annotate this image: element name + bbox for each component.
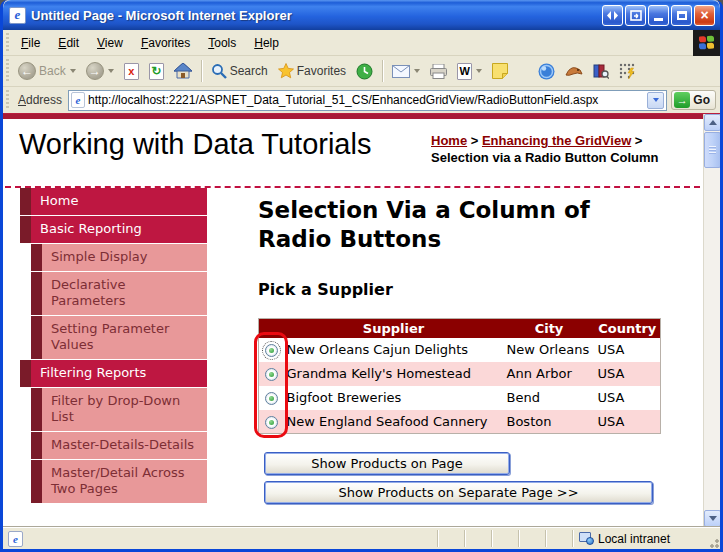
research-button[interactable] [589,61,613,81]
status-pane [545,530,572,547]
breadcrumb: Home > Enhancing the GridView > Selectio… [431,132,699,166]
favorites-star-icon [278,63,294,79]
scroll-up-button[interactable] [704,114,720,131]
sidebar-item-filter-by-dropdown[interactable]: Filter by Drop-Down List [31,388,207,431]
notes-button[interactable] [488,61,512,81]
browser-window: e Untitled Page - Microsoft Internet Exp… [0,0,723,552]
show-products-separate-page-button[interactable]: Show Products on Separate Page >> [264,481,653,504]
address-input[interactable]: e http://localhost:2221/ASPNET_Data_Tuto… [68,90,667,111]
address-label: Address [16,93,64,107]
edit-word-button[interactable]: W [453,61,486,82]
snagit-icon [565,64,583,78]
supplier-radio-0[interactable] [265,344,278,357]
edit-dropdown-icon[interactable] [476,69,482,73]
col-header-select [259,319,284,338]
vertical-scrollbar[interactable] [703,114,720,527]
sidebar-item-simple-display[interactable]: Simple Display [31,244,207,271]
favorites-label: Favorites [297,64,346,78]
sidebar-item-home[interactable]: Home [20,188,207,215]
address-grip[interactable] [6,90,9,110]
scroll-down-button[interactable] [704,510,720,527]
forward-dropdown-icon[interactable] [108,69,114,73]
col-header-supplier: Supplier [284,319,504,338]
scrollbar-thumb[interactable] [704,132,720,168]
search-button[interactable]: Search [207,61,272,81]
cell-city: Bend [504,386,595,410]
status-page-icon: e [8,531,23,547]
status-pane [437,530,464,547]
menu-grip[interactable] [6,33,9,52]
show-products-on-page-button[interactable]: Show Products on Page [264,452,510,475]
search-label: Search [230,64,268,78]
toolbar-grip[interactable] [6,59,9,83]
sidebar-item-basic-reporting[interactable]: Basic Reporting [20,216,207,243]
breadcrumb-link-enhancing[interactable]: Enhancing the GridView [482,133,631,148]
intranet-icon [579,532,594,545]
cell-country: USA [595,362,661,386]
note-icon [492,63,508,79]
address-url[interactable]: http://localhost:2221/ASPNET_Data_Tutori… [88,93,644,107]
sidebar-item-master-details-details[interactable]: Master-Details-Details [31,432,207,459]
sidebar-item-declarative-parameters[interactable]: Declarative Parameters [31,272,207,315]
cell-city: Boston [504,410,595,434]
back-icon: ← [18,62,36,80]
cell-supplier: New Orleans Cajun Delights [284,338,504,362]
maximize-button[interactable] [671,5,692,26]
supplier-radio-1[interactable] [265,368,278,381]
cell-city: Ann Arbor [504,362,595,386]
forward-button[interactable]: → [82,60,118,82]
zone-label: Local intranet [598,532,670,546]
stop-button[interactable]: x [120,61,143,82]
breadcrumb-current: Selection via a Radio Button Column [431,150,659,165]
mail-dropdown-icon[interactable] [414,69,420,73]
refresh-button[interactable]: ↻ [145,61,168,82]
print-button[interactable] [426,62,451,81]
menu-file[interactable]: File [12,32,49,54]
popout-button[interactable] [625,5,646,26]
menu-help[interactable]: Help [245,32,288,54]
sidebar-item-setting-parameter-values[interactable]: Setting Parameter Values [31,316,207,359]
main-content: Selection Via a Column of Radio Buttons … [258,192,688,504]
page-content: Working with Data Tutorials Home > Enhan… [3,114,720,527]
research-icon [593,63,609,79]
table-row: New Orleans Cajun Delights New Orleans U… [259,338,661,362]
favorites-button[interactable]: Favorites [274,61,350,81]
close-button[interactable]: × [694,5,715,26]
scroll-down-icon [709,516,717,521]
minimize-button[interactable] [648,5,669,26]
supplier-radio-3[interactable] [265,416,278,429]
table-row: New England Seafood Cannery Boston USA [259,410,661,434]
windows-logo [693,30,720,56]
table-row: Bigfoot Breweries Bend USA [259,386,661,410]
history-button[interactable] [352,61,377,82]
toolbar: ← Back → x ↻ Search Favorites [3,56,720,87]
pan-button[interactable] [602,5,623,26]
back-dropdown-icon[interactable] [70,69,76,73]
address-dropdown-button[interactable] [647,92,664,109]
page-top-rule [3,114,720,119]
menu-view[interactable]: View [88,32,132,54]
mail-button[interactable] [388,63,424,80]
go-button[interactable]: → Go [671,90,716,110]
supplier-radio-2[interactable] [265,392,278,405]
messenger-button[interactable] [534,61,559,82]
resize-grip[interactable] [707,536,719,548]
menu-tools[interactable]: Tools [199,32,245,54]
back-button[interactable]: ← Back [14,60,80,82]
breadcrumb-link-home[interactable]: Home [431,133,467,148]
home-button[interactable] [170,61,196,81]
table-header-row: Supplier City Country [259,319,661,338]
menu-edit[interactable]: Edit [49,32,88,54]
encoder-button[interactable] [615,61,639,81]
status-pane [518,530,545,547]
sidebar-item-filtering-reports[interactable]: Filtering Reports [20,360,207,387]
title-bar: e Untitled Page - Microsoft Internet Exp… [3,0,720,30]
cell-city: New Orleans [504,338,595,362]
address-bar: Address e http://localhost:2221/ASPNET_D… [3,87,720,114]
sidebar-item-master-detail-two-pages[interactable]: Master/Detail Across Two Pages [31,460,207,503]
cell-supplier: Bigfoot Breweries [284,386,504,410]
menu-favorites[interactable]: Favorites [132,32,199,54]
snagit-button[interactable] [561,62,587,80]
security-zone-pane: Local intranet [572,530,717,547]
messenger-icon [538,63,555,80]
